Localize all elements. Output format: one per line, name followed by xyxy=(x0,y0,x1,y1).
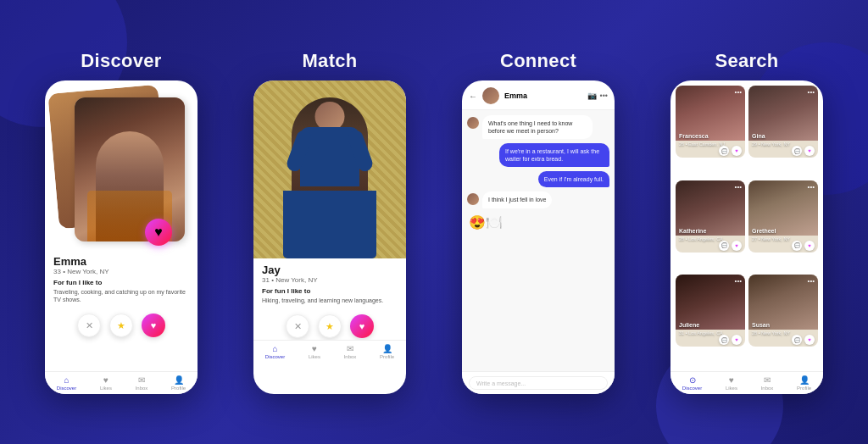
search-card-1[interactable]: ••• Gina 29 • New York, NY 💬 ♥ xyxy=(748,86,818,158)
match-photo xyxy=(253,80,406,258)
search-section: Search ••• Francesca 26 • East Camden, N… xyxy=(649,50,844,394)
nav-profile[interactable]: 👤 Profile xyxy=(171,375,186,391)
their-message-1: What's one thing I need to know before w… xyxy=(467,115,609,139)
video-icon[interactable]: 📷 xyxy=(587,92,597,100)
card-heart-0[interactable]: ♥ xyxy=(732,146,742,156)
discover-title: Discover xyxy=(81,50,161,72)
card-sub-4: 31 • Los Angeles, CA xyxy=(679,330,723,336)
match-like-button[interactable]: ♥ xyxy=(350,314,374,338)
match-profile-icon: 👤 xyxy=(382,344,392,353)
search-card-0[interactable]: ••• Francesca 26 • East Camden, NJ 💬 ♥ xyxy=(676,86,745,158)
heart-icon: ♥ xyxy=(154,225,163,240)
card-heart-3[interactable]: ♥ xyxy=(804,241,815,251)
back-button[interactable]: ← xyxy=(469,92,477,101)
profile-icon: 👤 xyxy=(174,375,184,385)
card-heart-2[interactable]: ♥ xyxy=(732,241,742,251)
search-card-5[interactable]: ••• Susan 28 • New York, NY 💬 ♥ xyxy=(748,275,818,347)
match-nav-profile[interactable]: 👤 Profile xyxy=(380,344,394,359)
card-dots-3[interactable]: ••• xyxy=(808,183,815,191)
search-nav-likes[interactable]: ♥ Likes xyxy=(726,375,737,391)
person-details: 33 • New York, NY xyxy=(53,268,189,275)
card-sub-3: 27 • New York, NY xyxy=(752,236,790,241)
heart-button[interactable]: ♥ xyxy=(145,219,172,246)
match-nav-discover[interactable]: ⌂ Discover xyxy=(265,344,285,359)
card-actions-0: 💬 ♥ xyxy=(719,146,742,156)
chat-header: ← Emma 📷 ••• xyxy=(462,80,615,110)
match-bottom-nav: ⌂ Discover ♥ Likes ✉ Inbox 👤 Profile xyxy=(253,340,406,363)
connect-title: Connect xyxy=(500,50,576,72)
card-dots-5[interactable]: ••• xyxy=(808,277,815,285)
search-nav-profile[interactable]: 👤 Profile xyxy=(797,375,811,391)
card-heart-5[interactable]: ♥ xyxy=(804,335,815,345)
card-heart-4[interactable]: ♥ xyxy=(732,335,742,345)
dots-icon[interactable]: ••• xyxy=(600,92,608,100)
card-name-2: Katherine xyxy=(679,228,706,234)
search-card-4[interactable]: ••• Juliene 31 • Los Angeles, CA 💬 ♥ xyxy=(676,275,745,347)
card-dots-4[interactable]: ••• xyxy=(735,277,742,285)
card-chat-5[interactable]: 💬 xyxy=(792,335,802,345)
search-bottom-nav: ⊙ Discover ♥ Likes ✉ Inbox 👤 Profile xyxy=(670,371,823,394)
home-icon: ⌂ xyxy=(64,375,70,385)
their-avatar xyxy=(467,117,479,129)
photo-front xyxy=(75,97,185,241)
card-chat-3[interactable]: 💬 xyxy=(792,241,802,251)
pass-button[interactable]: ✕ xyxy=(77,314,101,337)
card-actions-2: 💬 ♥ xyxy=(719,241,742,251)
likes-icon: ♥ xyxy=(103,375,108,385)
card-dots-1[interactable]: ••• xyxy=(808,88,815,96)
match-phone: Jay 31 • New York, NY For fun I like to … xyxy=(253,80,406,394)
message-bubble-2: I think I just fell in love xyxy=(482,191,552,208)
message-list: What's one thing I need to know before w… xyxy=(462,110,615,371)
chat-person-name: Emma xyxy=(504,92,582,100)
card-chat-4[interactable]: 💬 xyxy=(719,335,729,345)
connect-section: Connect ← Emma 📷 ••• What's one thing I … xyxy=(441,50,636,394)
like-button[interactable]: ♥ xyxy=(142,314,165,337)
emoji-message: 😍🍽️ xyxy=(467,213,504,234)
their-message-2: I think I just fell in love xyxy=(467,191,609,208)
match-action-buttons: ✕ ★ ♥ xyxy=(253,309,406,340)
message-input-area: Write a message... xyxy=(462,371,615,394)
search-title: Search xyxy=(715,50,778,72)
discover-section: Discover ♥ xyxy=(24,50,219,394)
match-bio-text: Hiking, traveling, and learning new lang… xyxy=(262,297,398,304)
card-actions-1: 💬 ♥ xyxy=(792,146,815,156)
nav-likes[interactable]: ♥ Likes xyxy=(100,375,112,391)
match-likes-icon: ♥ xyxy=(312,344,317,353)
card-dots-0[interactable]: ••• xyxy=(735,88,742,96)
match-bg xyxy=(253,80,406,258)
superlike-button[interactable]: ★ xyxy=(109,314,133,337)
chat-avatar xyxy=(482,87,499,104)
search-nav-inbox[interactable]: ✉ Inbox xyxy=(761,375,774,391)
discover-card: ♥ Emma 33 • New York, NY For fun I like … xyxy=(45,80,198,371)
card-heart-1[interactable]: ♥ xyxy=(804,146,815,156)
nav-discover[interactable]: ⌂ Discover xyxy=(57,375,76,391)
message-bubble: What's one thing I need to know before w… xyxy=(482,115,593,139)
match-pass-button[interactable]: ✕ xyxy=(286,314,309,338)
search-card-3[interactable]: ••• Gretheel 27 • New York, NY 💬 ♥ xyxy=(748,180,818,253)
match-nav-inbox[interactable]: ✉ Inbox xyxy=(344,344,357,359)
card-chat-0[interactable]: 💬 xyxy=(719,146,729,156)
connect-phone: ← Emma 📷 ••• What's one thing I need to … xyxy=(462,80,615,394)
my-message-1: If we're in a restaurant, I will ask the… xyxy=(499,143,609,167)
card-sub-1: 29 • New York, NY xyxy=(752,142,790,147)
match-nav-likes[interactable]: ♥ Likes xyxy=(309,344,320,359)
person-name: Emma xyxy=(53,255,189,268)
search-profile-icon: 👤 xyxy=(799,375,810,385)
card-chat-2[interactable]: 💬 xyxy=(719,241,729,251)
card-name-0: Francesca xyxy=(679,133,709,139)
nav-inbox[interactable]: ✉ Inbox xyxy=(136,375,148,391)
card-actions-4: 💬 ♥ xyxy=(719,335,742,345)
card-name-3: Gretheel xyxy=(752,228,776,234)
search-nav-discover[interactable]: ⊙ Discover xyxy=(682,375,702,391)
match-person-details: 31 • New York, NY xyxy=(262,276,398,284)
card-actions-3: 💬 ♥ xyxy=(792,241,815,251)
match-superlike-button[interactable]: ★ xyxy=(318,314,342,338)
card-dots-2[interactable]: ••• xyxy=(735,183,742,191)
search-home-icon: ⊙ xyxy=(689,375,696,385)
search-card-2[interactable]: ••• Katherine 28 • Los Angeles, CA 💬 ♥ xyxy=(676,180,745,253)
card-chat-1[interactable]: 💬 xyxy=(792,146,802,156)
message-input[interactable]: Write a message... xyxy=(469,376,608,390)
match-section: Match Jay 31 • New York, NY xyxy=(232,50,427,394)
match-title: Match xyxy=(302,50,357,72)
search-inbox-icon: ✉ xyxy=(764,375,771,385)
